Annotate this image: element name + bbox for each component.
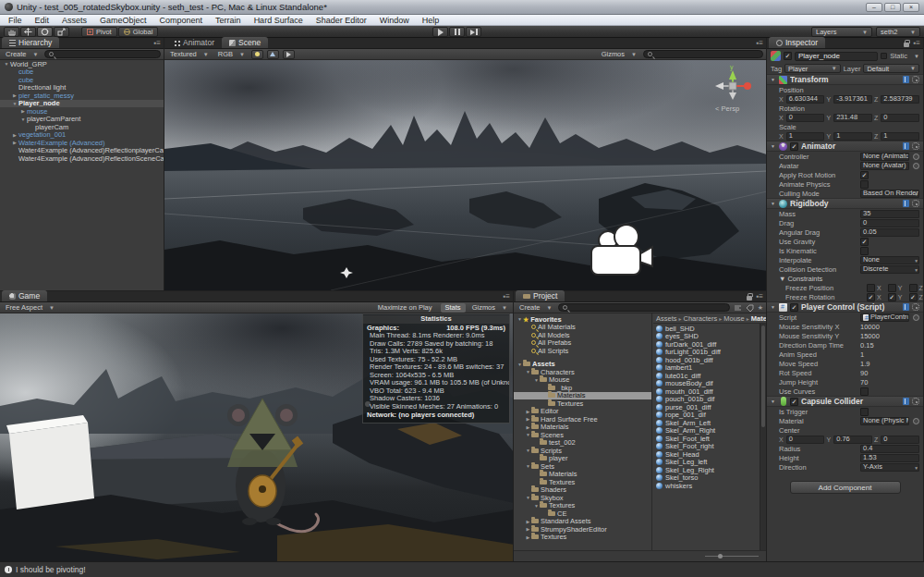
step-button[interactable]	[466, 27, 481, 37]
vector-z-field[interactable]: 0	[881, 114, 919, 122]
hierarchy-item-cube[interactable]: cube	[0, 68, 164, 77]
vector-y-field[interactable]: 1	[833, 132, 872, 141]
field-dropdown[interactable]: Discrete▾	[860, 265, 919, 274]
component-enabled-checkbox[interactable]: ✓	[790, 303, 798, 312]
hierarchy-item-water4example-advanced-reflectionscenecamera[interactable]: Water4Example (Advanced)ReflectionSceneC…	[0, 154, 164, 163]
file-item-skel-leg-left[interactable]: Skel_Leg_left	[653, 459, 760, 467]
project-tree-item-test-002[interactable]: test_002	[514, 439, 651, 448]
file-item-skel-head[interactable]: Skel_Head	[653, 450, 760, 459]
foldout-closed-icon[interactable]: ▶	[525, 519, 531, 524]
menu-shader-editor[interactable]: Shader Editor	[310, 15, 373, 26]
save-search-star-icon[interactable]: ★	[758, 304, 763, 311]
menu-window[interactable]: Window	[373, 15, 416, 26]
foldout-open-icon[interactable]: ▼	[525, 448, 531, 453]
hierarchy-item-pier-static-messy[interactable]: ▶pier_static_messy	[0, 92, 164, 100]
project-tree-item-mouse[interactable]: ▼Mouse	[514, 376, 651, 385]
project-tree-item-materials[interactable]: Materials	[514, 392, 651, 400]
vector-y-field[interactable]: 231.48	[833, 114, 872, 122]
field-value[interactable]: 1.9	[860, 360, 919, 368]
file-item-skel-arm-left[interactable]: Skel_Arm_Left	[653, 419, 760, 427]
scene-audio-toggle[interactable]	[283, 50, 295, 59]
scene-skybox-toggle[interactable]	[267, 50, 279, 59]
hierarchy-item-water4example-advanced[interactable]: ▶Water4Example (Advanced)	[0, 139, 164, 147]
global-toggle[interactable]: Global	[118, 27, 159, 37]
gear-icon[interactable]	[912, 142, 919, 150]
file-item-skel-foot-right[interactable]: Skel_Foot_right	[653, 443, 760, 451]
foldout-open-icon[interactable]: ▼	[771, 304, 776, 310]
project-tree-item-editor[interactable]: ▶Editor	[514, 408, 651, 416]
field-dropdown[interactable]: Y-Axis▾	[860, 463, 919, 472]
project-tree-item-materials[interactable]: ▶Materials	[514, 424, 651, 432]
vector-z-field[interactable]: 1	[881, 132, 919, 141]
gameobject-enabled-checkbox[interactable]: ✓	[784, 52, 792, 60]
object-field[interactable]: None (Physic Material)	[860, 417, 909, 425]
vector-x-field[interactable]: 0	[786, 436, 825, 444]
project-tree-item-all-scripts[interactable]: All Scripts	[514, 347, 651, 355]
foldout-open-icon[interactable]: ▼	[771, 399, 776, 404]
panel-menu-icon[interactable]: ▪≡	[153, 40, 161, 47]
file-item-pouch-001b-dif[interactable]: pouch_001b_dif	[653, 396, 760, 404]
static-checkbox[interactable]	[881, 53, 887, 59]
field-checkbox[interactable]: ✓	[860, 238, 869, 246]
project-tree-item-textures[interactable]: Textures	[514, 399, 651, 408]
file-item-furlight-001b-diff[interactable]: furLight_001b_diff	[653, 349, 760, 357]
field-checkbox[interactable]	[860, 387, 869, 396]
maximize-on-play-toggle[interactable]: Maximize on Play	[373, 303, 437, 313]
menu-terrain[interactable]: Terrain	[209, 15, 248, 26]
field-dropdown[interactable]: Based On Renderers▾	[860, 190, 919, 198]
foldout-closed-icon[interactable]: ▶	[525, 534, 531, 540]
hierarchy-create-button[interactable]: Create▼	[3, 50, 41, 59]
foldout-open-icon[interactable]: ▼	[779, 275, 785, 283]
aspect-ratio-dropdown[interactable]: Free Aspect▼	[3, 303, 57, 313]
menu-hard-surface[interactable]: Hard Surface	[248, 15, 310, 26]
object-field[interactable]: None (Animator Contro	[860, 153, 909, 161]
hierarchy-item-playercamparent[interactable]: ▼playerCamParent	[0, 116, 164, 124]
scene-gizmos-dropdown[interactable]: Gizmos▼	[599, 50, 639, 59]
foldout-open-icon[interactable]: ▼	[517, 362, 523, 367]
hierarchy-search-input[interactable]	[44, 50, 161, 58]
component-enabled-checkbox[interactable]: ✓	[790, 142, 798, 151]
status-bar[interactable]: I should be pivoting!	[0, 561, 924, 577]
close-button[interactable]: ×	[903, 3, 919, 12]
scene-viewport[interactable]: y < Persp	[164, 60, 766, 290]
game-viewport[interactable]: Statistics Graphics: 108.0 FPS (9.3ms) M…	[0, 313, 513, 561]
help-book-icon[interactable]	[903, 142, 909, 150]
maximize-button[interactable]: □	[884, 3, 901, 12]
component-header-rigidbody[interactable]: ▼Rigidbody	[767, 198, 923, 209]
foldout-closed-icon[interactable]: ▶	[525, 526, 531, 532]
tag-dropdown[interactable]: Player▼	[784, 64, 841, 73]
menu-help[interactable]: Help	[416, 15, 446, 26]
component-header-transform[interactable]: ▼Transform	[767, 74, 923, 85]
hierarchy-item-player-node[interactable]: ▼Player_node	[0, 100, 164, 108]
breadcrumb-item-characters[interactable]: Characters	[684, 314, 718, 323]
constraint-x-checkbox[interactable]: ✓	[867, 293, 875, 301]
help-book-icon[interactable]	[903, 200, 909, 207]
menu-component[interactable]: Component	[153, 15, 210, 26]
field-value[interactable]: 0.15	[860, 341, 919, 350]
layout-dropdown[interactable]: seth2▼	[876, 27, 920, 37]
hierarchy-item-directional-light[interactable]: Directional light	[0, 84, 164, 92]
foldout-open-icon[interactable]: ▼	[3, 61, 10, 67]
foldout-open-icon[interactable]: ▼	[525, 463, 531, 469]
lock-icon[interactable]	[747, 296, 752, 301]
file-item-bell-shd[interactable]: bell_SHD	[653, 325, 760, 333]
file-item-rope-001-dif[interactable]: rope_001_dif	[653, 411, 760, 420]
constraint-z-checkbox[interactable]	[909, 284, 918, 292]
panel-menu-icon[interactable]: ▪≡	[503, 293, 510, 301]
search-by-type-icon[interactable]	[734, 304, 742, 312]
play-button[interactable]	[432, 27, 448, 37]
file-item-skel-foot-left[interactable]: Skel_Foot_left	[653, 435, 760, 443]
foldout-open-icon[interactable]: ▼	[533, 503, 540, 509]
search-by-label-icon[interactable]	[746, 304, 754, 312]
project-tree-item-hard-surface-free[interactable]: ▶Hard Surface Free	[514, 415, 651, 424]
add-component-button[interactable]: Add Component	[790, 481, 901, 494]
tab-inspector[interactable]: Inspector	[769, 37, 825, 48]
field-checkbox[interactable]: ✓	[860, 171, 869, 179]
gear-icon[interactable]	[912, 200, 919, 207]
component-header-player-control-script[interactable]: ▼✓Player Control (Script)	[767, 301, 923, 313]
file-item-furdark-001-diff[interactable]: furDark_001_diff	[653, 340, 760, 349]
move-tool-button[interactable]	[20, 27, 36, 37]
project-tree-item-textures[interactable]: Textures	[514, 478, 651, 486]
tab-project[interactable]: Project	[516, 290, 565, 301]
scene-lighting-toggle[interactable]	[251, 50, 263, 59]
